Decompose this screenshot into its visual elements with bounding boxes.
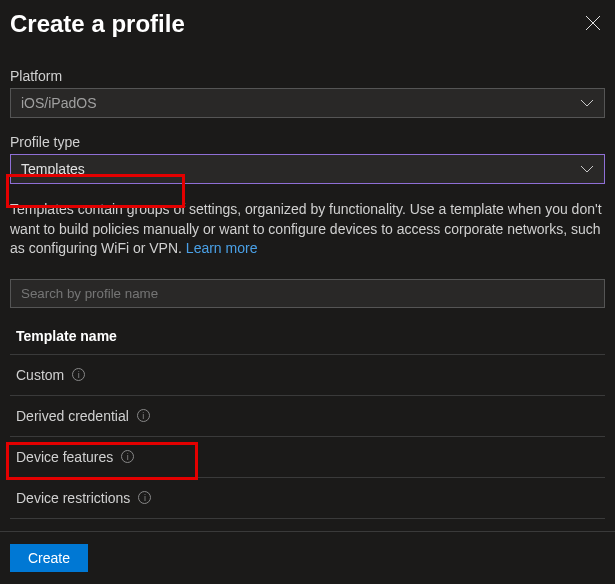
table-header: Template name [10, 318, 605, 355]
info-icon[interactable]: i [137, 409, 150, 422]
description-text: Templates contain groups of settings, or… [10, 201, 602, 256]
info-icon[interactable]: i [121, 450, 134, 463]
panel-header: Create a profile [10, 10, 605, 68]
profile-type-label: Profile type [10, 134, 605, 150]
table-row[interactable]: Derived credential i [10, 396, 605, 437]
footer: Create [0, 531, 615, 584]
profile-type-value: Templates [21, 161, 85, 177]
chevron-down-icon [580, 161, 594, 177]
chevron-down-icon [580, 95, 594, 111]
table-row[interactable]: Custom i [10, 355, 605, 396]
platform-label: Platform [10, 68, 605, 84]
create-button[interactable]: Create [10, 544, 88, 572]
close-icon [585, 15, 601, 31]
learn-more-link[interactable]: Learn more [186, 240, 258, 256]
close-button[interactable] [581, 11, 605, 38]
template-name: Device features [16, 449, 113, 465]
platform-select[interactable]: iOS/iPadOS [10, 88, 605, 118]
profile-type-select[interactable]: Templates [10, 154, 605, 184]
templates-description: Templates contain groups of settings, or… [10, 200, 605, 259]
template-name: Custom [16, 367, 64, 383]
search-input[interactable] [10, 279, 605, 308]
platform-value: iOS/iPadOS [21, 95, 96, 111]
info-icon[interactable]: i [138, 491, 151, 504]
template-name: Derived credential [16, 408, 129, 424]
template-name: Device restrictions [16, 490, 130, 506]
table-row[interactable]: Device restrictions i [10, 478, 605, 519]
page-title: Create a profile [10, 10, 185, 38]
table-row[interactable]: Device features i [10, 437, 605, 478]
info-icon[interactable]: i [72, 368, 85, 381]
